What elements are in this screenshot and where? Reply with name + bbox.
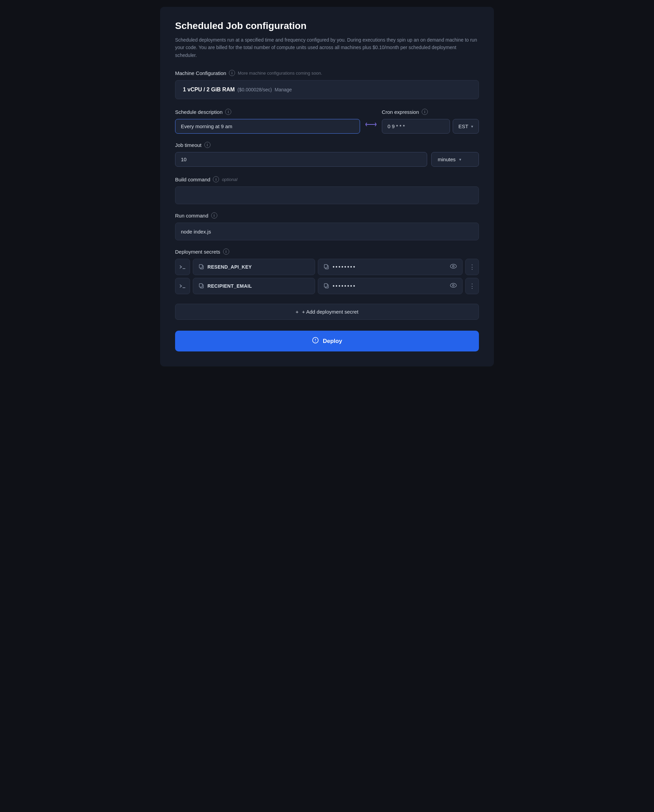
- job-timeout-input[interactable]: [175, 152, 427, 167]
- add-secret-label: + Add deployment secret: [302, 309, 359, 315]
- deploy-icon: [312, 337, 319, 345]
- machine-config-label: Machine Configuration: [175, 70, 226, 76]
- table-row: RESEND_API_KEY ••••••••: [175, 259, 479, 275]
- machine-config-box[interactable]: 1 vCPU / 2 GiB RAM ($0.000028/sec) Manag…: [175, 80, 479, 99]
- cron-expression-input[interactable]: [382, 119, 450, 133]
- schedule-desc-col: Schedule description i: [175, 109, 360, 133]
- secret-2-code-btn[interactable]: [175, 278, 190, 294]
- timeout-unit-chevron-icon: ▾: [459, 157, 461, 162]
- schedule-description-input[interactable]: [175, 119, 360, 133]
- deploy-label: Deploy: [323, 338, 342, 345]
- svg-point-14: [453, 285, 454, 286]
- secret-1-code-btn[interactable]: [175, 259, 190, 275]
- run-command-label-row: Run command i: [175, 212, 479, 219]
- job-timeout-info-icon[interactable]: i: [204, 142, 211, 148]
- svg-point-13: [450, 283, 457, 287]
- schedule-desc-label: Schedule description: [175, 109, 222, 115]
- timezone-chevron-icon: ▾: [471, 124, 473, 129]
- secret-2-copy-icon: [199, 283, 204, 290]
- run-command-label: Run command: [175, 213, 208, 219]
- svg-point-7: [453, 265, 454, 267]
- page-title: Scheduled Job configuration: [175, 20, 479, 31]
- job-timeout-row: minutes ▾: [175, 152, 479, 167]
- secret-2-eye-icon[interactable]: [450, 283, 457, 289]
- build-command-info-icon[interactable]: i: [213, 176, 219, 182]
- build-command-input[interactable]: [175, 187, 479, 204]
- secret-1-value-copy-icon: [324, 264, 329, 270]
- cron-label-row: Cron expression i: [382, 109, 479, 115]
- timeout-unit-select[interactable]: minutes ▾: [431, 152, 479, 167]
- job-timeout-label: Job timeout: [175, 142, 202, 148]
- timeout-unit-value: minutes: [438, 156, 456, 162]
- timezone-value: EST: [458, 123, 468, 129]
- secret-2-key-text: RECIPIENT_EMAIL: [208, 283, 252, 289]
- run-command-info-icon[interactable]: i: [211, 212, 217, 219]
- secret-1-copy-icon: [199, 264, 204, 270]
- schedule-row: Schedule description i Cron expression i…: [175, 109, 479, 133]
- secret-2-key-field[interactable]: RECIPIENT_EMAIL: [193, 278, 315, 294]
- machine-config-hint: More machine configurations coming soon.: [238, 70, 322, 76]
- svg-rect-10: [199, 283, 202, 287]
- svg-point-6: [450, 264, 457, 268]
- deployment-secrets-label-row: Deployment secrets i: [175, 248, 479, 254]
- secret-2-value-copy-icon: [324, 283, 329, 290]
- deployment-secrets-section: Deployment secrets i RESEND_API_KEY: [175, 248, 479, 294]
- run-command-input[interactable]: [175, 222, 479, 241]
- build-command-label-row: Build command i optional: [175, 176, 479, 182]
- cron-col: Cron expression i EST ▾: [382, 109, 479, 133]
- deploy-button[interactable]: Deploy: [175, 331, 479, 351]
- secret-1-value-field[interactable]: ••••••••: [318, 259, 463, 275]
- secret-1-key-field[interactable]: RESEND_API_KEY: [193, 259, 315, 275]
- secret-1-more-btn[interactable]: ⋮: [465, 259, 479, 275]
- svg-rect-5: [324, 265, 327, 268]
- main-container: Scheduled Job configuration Scheduled de…: [160, 7, 494, 366]
- add-secret-icon: +: [296, 309, 299, 315]
- cron-info-icon[interactable]: i: [422, 109, 428, 115]
- svg-rect-12: [324, 283, 327, 287]
- secret-2-value-dots: ••••••••: [332, 283, 446, 289]
- add-deployment-secret-button[interactable]: + + Add deployment secret: [175, 304, 479, 320]
- arrow-connector: [365, 109, 376, 127]
- page-description: Scheduled deployments run at a specified…: [175, 36, 479, 59]
- machine-config-info-icon[interactable]: i: [229, 70, 235, 76]
- secret-1-eye-icon[interactable]: [450, 264, 457, 270]
- timezone-select[interactable]: EST ▾: [453, 119, 479, 133]
- machine-config-name: 1 vCPU / 2 GiB RAM: [183, 87, 235, 93]
- table-row: RECIPIENT_EMAIL ••••••••: [175, 278, 479, 294]
- schedule-desc-info-icon[interactable]: i: [225, 109, 231, 115]
- machine-config-label-row: Machine Configuration i More machine con…: [175, 70, 479, 76]
- svg-rect-3: [199, 265, 202, 268]
- build-command-label: Build command: [175, 176, 210, 182]
- deployment-secrets-info-icon[interactable]: i: [223, 248, 229, 254]
- machine-config-manage-link[interactable]: Manage: [275, 87, 292, 92]
- deployment-secrets-label: Deployment secrets: [175, 249, 220, 254]
- secret-2-value-field[interactable]: ••••••••: [318, 278, 463, 294]
- secret-2-more-btn[interactable]: ⋮: [465, 278, 479, 294]
- machine-config-price: ($0.000028/sec): [237, 87, 272, 92]
- secret-1-key-text: RESEND_API_KEY: [208, 264, 252, 270]
- schedule-desc-label-row: Schedule description i: [175, 109, 360, 115]
- job-timeout-label-row: Job timeout i: [175, 142, 479, 148]
- secret-1-value-dots: ••••••••: [332, 264, 446, 270]
- cron-label: Cron expression: [382, 109, 419, 115]
- build-command-optional: optional: [222, 177, 237, 182]
